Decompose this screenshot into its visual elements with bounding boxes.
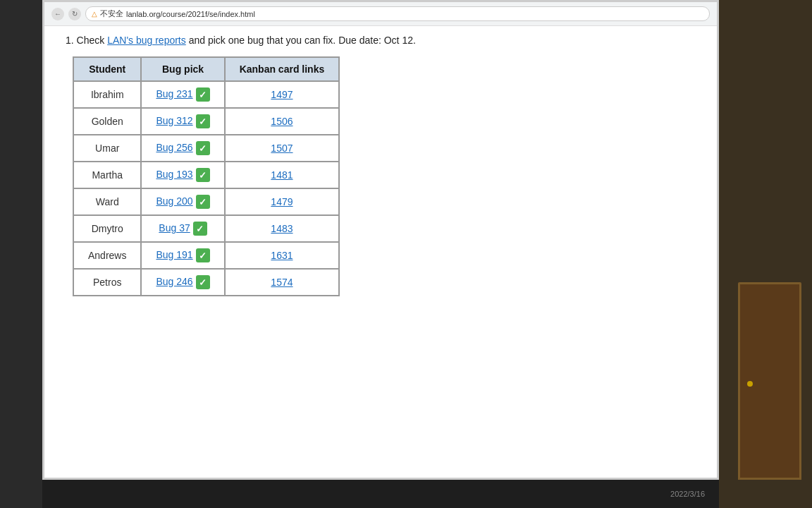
table-row: DmytroBug 371483: [73, 215, 339, 242]
check-badge: [196, 168, 210, 182]
cell-kanban: 1507: [225, 135, 340, 162]
cell-student: Ibrahim: [73, 81, 141, 108]
warning-label: 不安全: [100, 8, 123, 19]
cell-student: Petros: [73, 269, 141, 296]
cell-bug-pick: Bug 193: [141, 162, 224, 188]
kanban-link[interactable]: 1479: [271, 196, 293, 207]
cell-student: Golden: [73, 108, 141, 135]
cell-kanban: 1631: [225, 242, 340, 269]
back-button[interactable]: ←: [51, 8, 64, 20]
door: [738, 282, 801, 480]
check-badge: [196, 195, 210, 209]
cell-bug-pick: Bug 246: [141, 269, 224, 296]
cell-bug-pick: Bug 231: [141, 81, 224, 108]
bug-link[interactable]: Bug 256: [156, 142, 192, 153]
bug-link[interactable]: Bug 231: [156, 88, 192, 99]
check-badge: [196, 248, 210, 262]
bug-link[interactable]: Bug 191: [156, 249, 192, 260]
intro-prefix: 1. Check: [66, 35, 107, 46]
left-wall: [0, 0, 42, 508]
kanban-link[interactable]: 1481: [271, 169, 293, 181]
cell-bug-pick: Bug 37: [141, 215, 224, 242]
kanban-link[interactable]: 1507: [271, 143, 293, 154]
cell-kanban: 1481: [225, 162, 340, 188]
security-warning-icon: △: [92, 10, 97, 18]
cell-student: Martha: [73, 162, 141, 188]
cell-bug-pick: Bug 200: [141, 188, 224, 215]
url-text: lanlab.org/course/2021f/se/index.html: [126, 10, 255, 18]
cell-kanban: 1574: [225, 269, 340, 296]
cell-bug-pick: Bug 312: [141, 108, 224, 135]
table-row: MarthaBug 1931481: [73, 162, 339, 188]
bug-reports-link[interactable]: LAN's bug reports: [107, 35, 186, 46]
timestamp: 2022/3/16: [670, 490, 705, 498]
browser-bar: ← ↻ △ 不安全 lanlab.org/course/2021f/se/ind…: [44, 2, 717, 26]
bug-link[interactable]: Bug 200: [156, 195, 192, 207]
check-badge: [196, 114, 210, 128]
col-student: Student: [73, 57, 141, 81]
bug-link[interactable]: Bug 246: [156, 276, 192, 287]
cell-student: Dmytro: [73, 215, 141, 242]
cell-bug-pick: Bug 256: [141, 135, 224, 162]
kanban-link[interactable]: 1574: [271, 277, 293, 288]
cell-kanban: 1483: [225, 215, 340, 242]
cell-kanban: 1497: [225, 81, 340, 108]
bug-link[interactable]: Bug 312: [156, 115, 192, 126]
cell-student: Umar: [73, 135, 141, 162]
bug-link[interactable]: Bug 193: [156, 169, 192, 180]
kanban-link[interactable]: 1506: [271, 116, 293, 127]
bottom-bar: 2022/3/16: [42, 480, 719, 508]
check-badge: [196, 275, 210, 289]
check-badge: [196, 141, 210, 155]
cell-kanban: 1506: [225, 108, 340, 135]
table-header-row: Student Bug pick Kanban card links: [73, 57, 339, 81]
kanban-link[interactable]: 1631: [271, 250, 293, 261]
table-row: PetrosBug 2461574: [73, 269, 339, 296]
refresh-button[interactable]: ↻: [68, 8, 81, 20]
intro-paragraph: 1. Check LAN's bug reports and pick one …: [66, 33, 696, 48]
table-row: IbrahimBug 2311497: [73, 81, 339, 108]
kanban-link[interactable]: 1497: [271, 89, 293, 100]
table-row: UmarBug 2561507: [73, 135, 339, 162]
table-row: AndrewsBug 1911631: [73, 242, 339, 269]
check-badge: [193, 222, 207, 236]
table-row: WardBug 2001479: [73, 188, 339, 215]
cell-kanban: 1479: [225, 188, 340, 215]
page-content: 1. Check LAN's bug reports and pick one …: [44, 26, 717, 478]
table-row: GoldenBug 3121506: [73, 108, 339, 135]
address-bar[interactable]: △ 不安全 lanlab.org/course/2021f/se/index.h…: [85, 6, 710, 21]
intro-suffix: and pick one bug that you can fix. Due d…: [186, 35, 416, 46]
check-badge: [196, 87, 210, 102]
cell-student: Andrews: [73, 242, 141, 269]
col-kanban: Kanban card links: [225, 57, 340, 81]
bug-table: Student Bug pick Kanban card links Ibrah…: [73, 56, 340, 296]
bug-link[interactable]: Bug 37: [159, 222, 190, 234]
cell-student: Ward: [73, 188, 141, 215]
cell-bug-pick: Bug 191: [141, 242, 224, 269]
projector-screen: ← ↻ △ 不安全 lanlab.org/course/2021f/se/ind…: [42, 0, 719, 480]
kanban-link[interactable]: 1483: [271, 223, 293, 234]
door-knob: [747, 381, 753, 387]
col-bug-pick: Bug pick: [141, 57, 224, 81]
